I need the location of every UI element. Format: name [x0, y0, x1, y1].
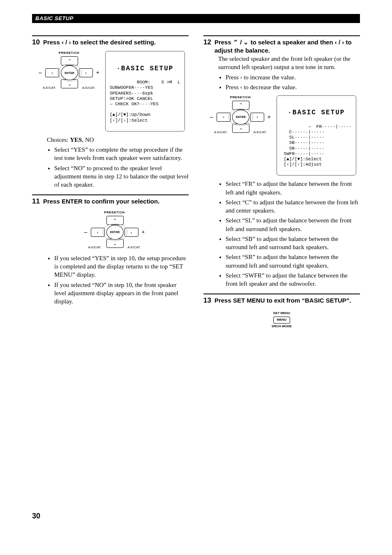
arrow-left-right-icon: ‹ / › [62, 39, 71, 46]
btn-label-top: SET MENU [203, 311, 360, 316]
bullet: Select “C” to adjust the balance between… [226, 198, 360, 215]
choices-line: Choices: YES, NO [47, 136, 189, 144]
section-header: BASIC SETUP [32, 14, 360, 23]
right-column: 12 Press ⌃ / ⌄ to select a speaker and t… [203, 35, 360, 521]
page-number: 30 [32, 511, 189, 521]
choices-label: Choices: [47, 136, 70, 143]
step-10: 10 Press ‹ / › to select the desired set… [32, 35, 189, 189]
title-part-b: to select a speaker and then [249, 39, 334, 46]
step12-bullets: Select “FR” to adjust the balance betwee… [218, 180, 360, 288]
left-column: 10 Press ‹ / › to select the desired set… [32, 35, 189, 521]
step-number: 10 [32, 38, 40, 47]
bullet: Select “SWFR” to adjust the balance betw… [226, 271, 360, 288]
intro-text: The selected speaker and the front left … [218, 55, 360, 72]
dpad-bottom-right-label: A-E/CAT. [254, 130, 267, 135]
set-menu-button-diagram: SET MENU MENU SRCH MODE [203, 311, 360, 328]
dpad-top-label: PRESET/CH [212, 95, 269, 100]
title-part-a: Press [214, 39, 233, 46]
dpad-top-label: PRESET/CH [40, 51, 98, 56]
step-title: Press ‹ / › to select the desired settin… [43, 38, 156, 46]
figure-row: PRESET/CH – + ⌃ ⌄ ‹ › ENTER A-E/CAT. A-E… [212, 95, 360, 176]
step-12: 12 Press ⌃ / ⌄ to select a speaker and t… [203, 35, 360, 288]
step-11: 11 Press ENTER to confirm your selection… [32, 194, 189, 305]
step-13: 13 Press SET MENU to exit from “BASIC SE… [203, 294, 360, 328]
dpad-diagram: PRESET/CH – + ⌃ ⌄ ‹ › ENTER A-E/CAT. A-E… [86, 210, 143, 250]
btn-label-bottom: SRCH MODE [203, 324, 360, 329]
choices-bold: YES [70, 136, 82, 143]
figure-row: PRESET/CH – + ⌃ ⌄ ‹ › ENTER A-E/CAT. A-E… [40, 51, 189, 131]
dpad-diagram: PRESET/CH – + ⌃ ⌄ ‹ › ENTER A-E/CAT. A-E… [212, 95, 269, 135]
dpad-bottom-left-label: A-E/CAT. [88, 245, 101, 250]
lcd-body: → FR·····|····· C······|····· SL·····|··… [281, 124, 352, 167]
dpad-bottom-left-label: A-E/CAT. [214, 130, 227, 135]
dpad-bottom-right-label: A-E/CAT. [82, 86, 95, 90]
arrow-up-down-icon: ⌃ / ⌄ [233, 39, 249, 46]
choices-rest: , NO [82, 136, 94, 143]
dpad-top-label: PRESET/CH [86, 210, 143, 215]
plus-icon: + [96, 69, 99, 76]
minus-icon: – [210, 113, 213, 121]
lcd-title: ·BASIC SETUP [281, 109, 352, 117]
bullet: If you selected “YES” in step 10, the se… [54, 254, 189, 279]
bullet: Select “FR” to adjust the balance betwee… [226, 180, 360, 197]
bullet: Select “SR” to adjust the balance betwee… [226, 253, 360, 270]
arrow-left-right-icon: ‹ / › [335, 39, 344, 46]
two-column-layout: 10 Press ‹ / › to select the desired set… [32, 35, 360, 521]
plus-icon: + [141, 228, 145, 236]
dpad-bottom-left-label: A-E/CAT. [43, 86, 56, 90]
step10-bullets: Select “YES” to complete the setup proce… [47, 146, 189, 189]
figure-row: PRESET/CH – + ⌃ ⌄ ‹ › ENTER A-E/CAT. A-E… [40, 210, 189, 250]
step-number: 11 [32, 197, 40, 206]
dpad-enter-button: ENTER [232, 110, 249, 125]
minus-icon: – [39, 69, 42, 76]
bullet: Select “NO” to proceed to the speaker le… [54, 164, 189, 189]
step-title: Press ⌃ / ⌄ to select a speaker and then… [214, 38, 360, 55]
step-title: Press ENTER to confirm your selection. [43, 197, 159, 206]
step-number: 13 [203, 296, 211, 305]
minus-icon: – [84, 228, 88, 236]
dpad-enter-button: ENTER [61, 65, 78, 80]
title-part-a: Press [43, 39, 62, 46]
dpad-bottom-right-label: A-E/CAT. [127, 245, 141, 250]
lcd-title: ·BASIC SETUP [110, 65, 180, 73]
bullet: Press ‹ to decrease the value. [226, 83, 360, 91]
intro-bullets: Press › to increase the value. Press ‹ t… [218, 73, 360, 92]
step11-bullets: If you selected “YES” in step 10, the se… [47, 254, 189, 306]
lcd-display: ·BASIC SETUP → FR·····|····· C······|···… [277, 95, 356, 176]
dpad-enter-button: ENTER [106, 225, 124, 240]
bullet: Select “SL” to adjust the balance betwee… [226, 216, 360, 233]
lcd-body: ROOM: S >M L SUBWOOFER····YES SPEAKERS··… [110, 80, 180, 123]
bullet: Select “SB” to adjust the balance betwee… [226, 235, 360, 252]
menu-button-icon: MENU [273, 317, 291, 324]
bullet: Select “YES” to complete the setup proce… [54, 146, 189, 162]
bullet: Press › to increase the value. [226, 73, 360, 81]
bullet: If you selected “NO” in step 10, the fro… [54, 281, 189, 306]
step-number: 12 [203, 38, 211, 47]
lcd-display: ·BASIC SETUP ROOM: S >M L SUBWOOFER····Y… [105, 51, 185, 131]
title-part-b: to select the desired setting. [71, 39, 156, 46]
dpad-diagram: PRESET/CH – + ⌃ ⌄ ‹ › ENTER A-E/CAT. A-E… [40, 51, 98, 90]
step-title: Press SET MENU to exit from “BASIC SETUP… [214, 296, 351, 305]
plus-icon: + [267, 113, 271, 121]
